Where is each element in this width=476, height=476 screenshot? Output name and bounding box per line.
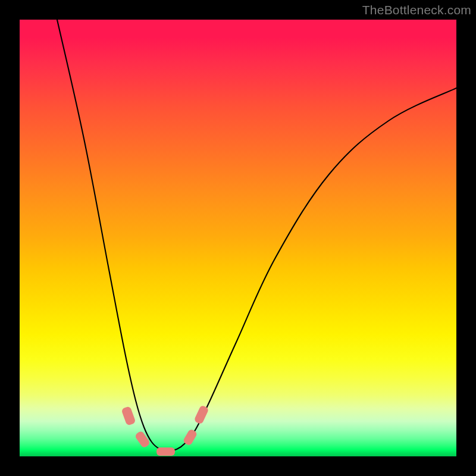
watermark-text: TheBottleneck.com	[362, 3, 471, 17]
chart-canvas	[20, 20, 456, 456]
bottleneck-curve	[20, 20, 456, 456]
curve-marker	[156, 447, 175, 456]
